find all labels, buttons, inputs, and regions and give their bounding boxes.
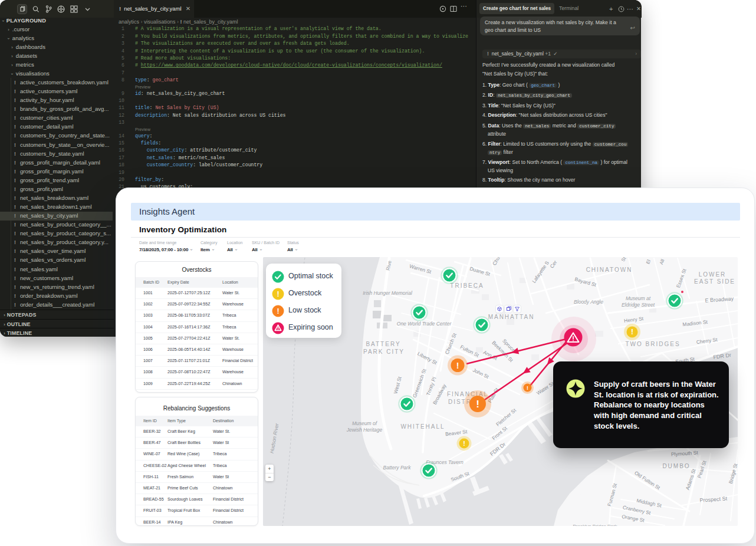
- svg-text:Beaver St: Beaver St: [445, 429, 468, 438]
- svg-text:LOWER: LOWER: [699, 271, 727, 278]
- svg-text:!: !: [631, 328, 633, 336]
- svg-text:Henry St: Henry St: [624, 315, 645, 324]
- svg-text:Duane St: Duane St: [469, 265, 491, 277]
- svg-text:St: St: [620, 257, 627, 262]
- svg-text:Bloody Angle: Bloody Angle: [574, 299, 603, 305]
- svg-text:E Broadway: E Broadway: [705, 295, 734, 303]
- svg-text:Irish Hunger Memorial: Irish Hunger Memorial: [363, 290, 413, 296]
- svg-text:DUMBO: DUMBO: [662, 463, 690, 469]
- svg-text:!: !: [456, 361, 459, 370]
- svg-text:Bridge St: Bridge St: [728, 462, 738, 484]
- svg-text:One World Trade Center: One World Trade Center: [397, 321, 452, 327]
- svg-text:!: !: [277, 290, 279, 298]
- svg-text:Prospect St: Prospect St: [699, 495, 728, 503]
- svg-text:Madison St: Madison St: [682, 319, 708, 327]
- svg-text:Battery Park: Battery Park: [383, 465, 412, 471]
- svg-text:Middagh St: Middagh St: [636, 498, 663, 509]
- svg-text:!: !: [527, 385, 528, 391]
- svg-text:BATTERY: BATTERY: [366, 341, 400, 347]
- svg-text:!: !: [277, 307, 279, 315]
- svg-text:Museum of: Museum of: [352, 420, 378, 426]
- svg-text:Rive: Rive: [384, 260, 392, 271]
- svg-text:Brooklyn Bridge Park: Brooklyn Bridge Park: [573, 524, 617, 526]
- svg-text:West St: West St: [392, 376, 402, 394]
- svg-text:Cer: Cer: [549, 259, 558, 269]
- svg-text:TRIBECA: TRIBECA: [450, 282, 484, 289]
- svg-text:TWO BRIDGES: TWO BRIDGES: [625, 341, 680, 347]
- svg-text:Water St: Water St: [535, 380, 555, 396]
- svg-text:Orange St: Orange St: [622, 514, 646, 524]
- svg-text:CHINATOWN: CHINATOWN: [586, 267, 633, 273]
- svg-text:Eldridge Street: Eldridge Street: [622, 302, 655, 308]
- svg-text:!: !: [476, 399, 479, 410]
- svg-text:EAST SIDE: EAST SIDE: [694, 278, 735, 285]
- svg-text:John St: John St: [472, 367, 490, 380]
- svg-text:PARK CITY: PARK CITY: [363, 348, 405, 355]
- svg-text:Trinity Pl: Trinity Pl: [425, 376, 438, 396]
- svg-text:Jewish Heritage: Jewish Heritage: [346, 427, 383, 433]
- svg-text:Fletcher St: Fletcher St: [495, 407, 517, 427]
- svg-text:!: !: [463, 440, 465, 447]
- svg-text:MANHATTAN: MANHATTAN: [488, 314, 535, 320]
- svg-text:WHITEHALL: WHITEHALL: [400, 423, 445, 430]
- svg-text:Cherry St: Cherry St: [696, 337, 718, 345]
- svg-text:Old Fulton St: Old Fulton St: [633, 470, 662, 491]
- svg-text:El: El: [645, 259, 652, 265]
- svg-text:Museum at: Museum at: [626, 295, 651, 301]
- svg-text:Lafayette S: Lafayette S: [531, 260, 550, 284]
- svg-text:All: All: [659, 258, 666, 265]
